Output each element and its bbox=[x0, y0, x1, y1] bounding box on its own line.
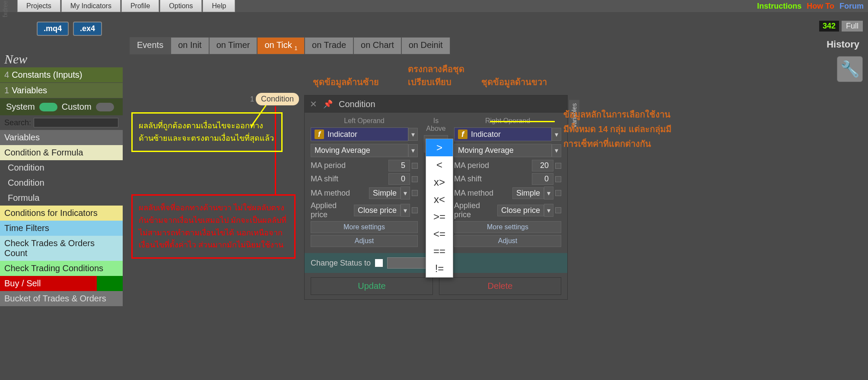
menu-profile[interactable]: Profile bbox=[121, 0, 159, 12]
menu-my-indicators[interactable]: My Indicators bbox=[61, 0, 121, 12]
right-shift-lock[interactable] bbox=[555, 176, 561, 182]
search-row: Search: bbox=[0, 115, 123, 130]
link-instructions[interactable]: Instructions bbox=[757, 2, 801, 11]
cat-condition-formula[interactable]: Condition & Formula bbox=[0, 145, 123, 160]
chevron-down-icon[interactable]: ▾ bbox=[544, 204, 553, 217]
right-shift-value[interactable]: 0 bbox=[532, 173, 553, 185]
close-icon[interactable]: ✕ bbox=[310, 99, 317, 109]
custom-label: Custom bbox=[62, 102, 92, 112]
mq4-button[interactable]: .mq4 bbox=[37, 22, 69, 36]
red-annotation: ผลลับเท็จที่ออกทางด้านขวา ไม่ใช่ผลลับตรง… bbox=[131, 194, 296, 259]
file-buttons: .mq4 .ex4 bbox=[37, 22, 102, 36]
left-operand-col: Left Operand fIndicator▾ Moving Average▾… bbox=[311, 117, 418, 249]
op-neq[interactable]: != bbox=[426, 260, 453, 277]
cat-condition-1[interactable]: Condition bbox=[0, 160, 123, 175]
left-period-label: MA period bbox=[311, 161, 388, 170]
ann-left: ชุดข้อมูลด้านซ้าย bbox=[313, 75, 379, 89]
left-adjust[interactable]: Adjust bbox=[311, 235, 418, 247]
left-shift-value[interactable]: 0 bbox=[388, 173, 410, 185]
search-input[interactable] bbox=[34, 118, 118, 127]
cat-conditions-indicators[interactable]: Conditions for Indicators bbox=[0, 206, 123, 221]
left-shift-lock[interactable] bbox=[412, 176, 418, 182]
cat-buy-sell[interactable]: Buy / Sell bbox=[0, 276, 123, 291]
op-xgt[interactable]: x> bbox=[426, 174, 453, 191]
op-lt[interactable]: < bbox=[426, 156, 453, 174]
right-indicator-select[interactable]: Moving Average bbox=[454, 144, 552, 157]
left-indicator-select[interactable]: Moving Average bbox=[311, 144, 408, 157]
right-type-select[interactable]: fIndicator bbox=[454, 127, 552, 141]
left-type-select[interactable]: fIndicator bbox=[311, 127, 408, 141]
op-gte[interactable]: >= bbox=[426, 208, 453, 225]
operator-head: Is Above bbox=[424, 117, 448, 133]
op-xlt[interactable]: x< bbox=[426, 191, 453, 208]
cat-check-trading-conditions[interactable]: Check Trading Conditions bbox=[0, 261, 123, 276]
left-price-select[interactable]: Close price bbox=[354, 205, 401, 216]
ann-right: ชุดข้อมูลด้านขวา bbox=[481, 75, 547, 89]
status-full[interactable]: Full bbox=[842, 21, 863, 32]
right-adjust[interactable]: Adjust bbox=[454, 235, 561, 247]
left-more-settings[interactable]: More settings bbox=[311, 221, 418, 233]
chevron-down-icon[interactable]: ▾ bbox=[401, 204, 410, 217]
system-label: System bbox=[6, 102, 35, 112]
right-period-lock[interactable] bbox=[555, 163, 561, 169]
panel-header: ✕ 📌 Condition bbox=[305, 95, 567, 113]
sidebar-constants[interactable]: 4Constants (Inputs) bbox=[0, 67, 123, 83]
ex4-button[interactable]: .ex4 bbox=[73, 22, 102, 36]
right-period-label: MA period bbox=[454, 161, 532, 170]
left-shift-label: MA shift bbox=[311, 174, 388, 184]
custom-toggle[interactable] bbox=[96, 103, 114, 111]
condition-node[interactable]: 1 Condition bbox=[250, 93, 299, 105]
cat-time-filters[interactable]: Time Filters bbox=[0, 221, 123, 236]
update-button[interactable]: Update bbox=[311, 277, 433, 295]
op-lte[interactable]: <= bbox=[426, 225, 453, 243]
canvas: 1 Condition ผลลับที่ถูกต้องตามเงื่อนไขจะ… bbox=[123, 52, 868, 380]
search-label: Search: bbox=[4, 118, 31, 127]
condition-panel: Variables ✕ 📌 Condition Left Operand fIn… bbox=[304, 95, 568, 300]
left-period-value[interactable]: 5 bbox=[388, 160, 410, 171]
change-status-label: Change Status to bbox=[311, 259, 371, 268]
right-price-label: Applied price bbox=[454, 201, 497, 219]
op-gt[interactable]: > bbox=[426, 139, 453, 156]
right-price-lock[interactable] bbox=[555, 207, 561, 213]
history-link[interactable]: History bbox=[827, 39, 859, 50]
sidebar: New 4Constants (Inputs) 1Variables Syste… bbox=[0, 51, 123, 306]
cat-check-trades-count[interactable]: Check Trades & Orders Count bbox=[0, 236, 123, 261]
yellow-annotation: ผลลับที่ถูกต้องตามเงื่อนไขจะออกทางด้านซ้… bbox=[131, 112, 283, 152]
cat-bucket-trades[interactable]: Bucket of Trades & Orders bbox=[0, 291, 123, 306]
top-menu-bar: Projects My Indicators Profile Options H… bbox=[0, 0, 868, 12]
chevron-down-icon[interactable]: ▾ bbox=[401, 187, 410, 200]
link-howto[interactable]: How To bbox=[807, 2, 834, 11]
status-count: 342 bbox=[819, 21, 839, 32]
left-price-lock[interactable] bbox=[412, 207, 418, 213]
menu-options[interactable]: Options bbox=[160, 0, 202, 12]
right-price-select[interactable]: Close price bbox=[497, 205, 544, 216]
left-method-select[interactable]: Simple bbox=[369, 187, 401, 199]
cat-formula[interactable]: Formula bbox=[0, 190, 123, 206]
change-status-input[interactable] bbox=[387, 257, 426, 269]
chevron-down-icon[interactable]: ▾ bbox=[552, 144, 561, 157]
cat-condition-2[interactable]: Condition bbox=[0, 175, 123, 190]
change-status-checkbox[interactable] bbox=[375, 259, 383, 267]
menu-projects[interactable]: Projects bbox=[17, 0, 60, 12]
link-forum[interactable]: Forum bbox=[839, 2, 864, 11]
chevron-down-icon[interactable]: ▾ bbox=[544, 187, 553, 200]
node-number: 1 bbox=[250, 95, 254, 103]
right-shift-label: MA shift bbox=[454, 174, 532, 184]
menu-help[interactable]: Help bbox=[203, 0, 235, 12]
pin-icon[interactable]: 📌 bbox=[323, 99, 333, 109]
right-period-value[interactable]: 20 bbox=[532, 160, 553, 171]
right-more-settings[interactable]: More settings bbox=[454, 221, 561, 233]
delete-button[interactable]: Delete bbox=[439, 277, 561, 295]
left-method-lock[interactable] bbox=[412, 190, 418, 196]
chevron-down-icon[interactable]: ▾ bbox=[408, 128, 418, 141]
right-method-lock[interactable] bbox=[555, 190, 561, 196]
op-eq[interactable]: == bbox=[426, 243, 453, 260]
sidebar-variables[interactable]: 1Variables bbox=[0, 83, 123, 98]
chevron-down-icon[interactable]: ▾ bbox=[552, 128, 561, 141]
system-toggle[interactable] bbox=[39, 103, 57, 111]
left-operand-head: Left Operand bbox=[311, 117, 418, 125]
chevron-down-icon[interactable]: ▾ bbox=[408, 144, 418, 157]
right-method-select[interactable]: Simple bbox=[512, 187, 544, 199]
left-period-lock[interactable] bbox=[412, 163, 418, 169]
status-right: 342 Full bbox=[819, 21, 863, 32]
